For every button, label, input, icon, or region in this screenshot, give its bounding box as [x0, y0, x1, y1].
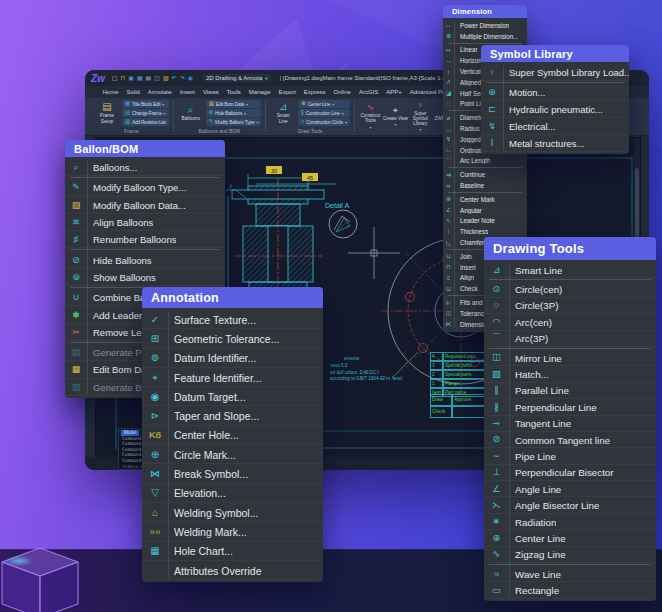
menu-item-label: Welding Symbol... [168, 507, 258, 519]
menu-item-smart-line[interactable]: ⊿Smart Line [484, 262, 656, 278]
plot-icon[interactable]: ▤ [146, 75, 152, 81]
ribbon-button-center-line[interactable]: ⊕Center Line▾ [298, 100, 350, 108]
save-all-icon[interactable]: ▦ [137, 75, 143, 81]
save-icon[interactable]: ▣ [128, 75, 134, 81]
open-folder-icon[interactable]: ⊓ [121, 75, 126, 81]
workspace-globe-icon[interactable]: ◉ [188, 75, 193, 81]
menu-item-super-symbol-library-load[interactable]: ♆Super Symbol Library Load... [481, 64, 629, 81]
menu-item-center-hole[interactable]: K8Center Hole... [142, 426, 323, 445]
tab-annotate[interactable]: Annotate [144, 88, 175, 96]
menu-item-angular[interactable]: ∠Angular [443, 205, 527, 216]
menu-item-parallel-line[interactable]: ∥Parallel Line [484, 383, 656, 399]
menu-item-thickness[interactable]: ⊺Thickness [443, 226, 527, 237]
menu-item-perpendicular-bisector[interactable]: ⊥Perpendicular Bisector [484, 465, 656, 481]
ribbon-group-balloons-and-bom: ⌕Balloons▧Edit Bom Data▾⊘Hide Balloons▾✎… [177, 98, 263, 135]
menu-item-leader-note[interactable]: ↖Leader Note [443, 216, 527, 227]
menu-item-perpendicular-line[interactable]: ∦Perpendicular Line [484, 399, 656, 415]
model-tab[interactable]: Model [121, 430, 139, 436]
menu-item-circle-mark[interactable]: ⊕Circle Mark... [142, 445, 323, 464]
ribbon-button-super-symbol-library[interactable]: ♆Super Symbol Library▾ [408, 98, 433, 135]
menu-item-zigzag-line[interactable]: ∿Zigzag Line [484, 547, 656, 563]
tab-export[interactable]: Export [275, 88, 299, 96]
menu-item-angle-bisector-line[interactable]: ⋋Angle Bisector Line [484, 497, 656, 513]
undo-icon[interactable]: ↶ [172, 75, 177, 81]
workspace-selector[interactable]: 2D Drafting & Annota ▾ [202, 74, 272, 82]
tab-online[interactable]: Online [330, 88, 354, 96]
menu-item-show-balloons[interactable]: ⊚Show Balloons [65, 269, 225, 286]
menu-item-surface-texture[interactable]: ✓Surface Texture... [142, 310, 323, 329]
menu-item-hide-balloons[interactable]: ⊘Hide Balloons [65, 251, 225, 268]
ribbon-button-balloons[interactable]: ⌕Balloons [178, 105, 204, 122]
tab-solid[interactable]: Solid [123, 88, 143, 96]
tab-manage[interactable]: Manage [245, 88, 274, 96]
menu-item-angle-line[interactable]: ∠Angle Line [484, 481, 656, 497]
ribbon-button-title-block-edit[interactable]: ▦Title Block Edit▾ [122, 100, 169, 108]
menu-item-datum-identifier[interactable]: ⊚Datum Identifier... [142, 349, 323, 368]
menu-item-renumber-balloons[interactable]: ♯Renumber Balloons [65, 231, 225, 248]
ribbon-button-hide-balloons[interactable]: ⊘Hide Balloons▾ [206, 109, 262, 117]
menu-item-hatch[interactable]: ▨Hatch... [484, 366, 656, 382]
ribbon-button-modify-balloon-type[interactable]: ✎Modify Balloon Type▾ [206, 118, 262, 126]
ribbon-button-construction-circle[interactable]: ○Construction Circle▾ [298, 118, 350, 126]
ribbon-button-smart-line[interactable]: ⊿Smart Line [270, 102, 296, 124]
ribbon-button-frame-setup[interactable]: ▤Frame Setup [94, 102, 120, 124]
redo-icon[interactable]: ↷ [180, 75, 185, 81]
menu-item-taper-and-slope[interactable]: ⊳Taper and Slope... [142, 406, 323, 425]
menu-item-datum-target[interactable]: ◉Datum Target... [142, 387, 323, 406]
scrollbar-thumb[interactable] [635, 168, 639, 238]
menu-item-arc-3p[interactable]: ⌒Arc(3P) [484, 331, 656, 347]
copy-icon[interactable]: ◫ [154, 75, 160, 81]
menu-item-label: Angle Bisector Line [509, 500, 599, 511]
ribbon-button-construct-tools[interactable]: ∿Construct Tools▾ [358, 98, 383, 135]
ribbon-button-change-frame[interactable]: ▤Change Frame▾ [122, 109, 169, 117]
menu-item-baseline[interactable]: ≍Baseline [443, 180, 527, 191]
menu-item-break-symbol[interactable]: ⋈Break Symbol... [142, 464, 323, 483]
menu-item-circle-3p[interactable]: ○Circle(3P) [484, 298, 656, 314]
menu-item-tangent-line[interactable]: ⊸Tangent Line [484, 416, 656, 432]
menu-item-continue[interactable]: ⇉Continue [443, 169, 527, 180]
ribbon-button-construction-line[interactable]: ∥Construction Line▾ [298, 109, 350, 117]
tab-arcgis[interactable]: ArcGIS [355, 88, 381, 96]
menu-item-pipe-line[interactable]: ∼Pipe Line [484, 448, 656, 464]
tab-express[interactable]: Express [300, 88, 329, 96]
tab-app[interactable]: APP+ [383, 88, 406, 96]
ribbon-button-create-view[interactable]: ⌖Create View▾ [383, 98, 408, 135]
menu-item-welding-symbol[interactable]: ⌂Welding Symbol... [142, 503, 323, 522]
new-file-icon[interactable]: ▢ [112, 75, 118, 81]
tab-home[interactable]: Home [99, 88, 122, 96]
menu-item-mirror-line[interactable]: ◫Mirror Line [484, 350, 656, 366]
menu-item-arc-cen[interactable]: ◠Arc(cen) [484, 314, 656, 330]
menu-item-motion[interactable]: ⊛Motion... [481, 84, 629, 101]
menu-item-center-line[interactable]: ⊕Center Line [484, 530, 656, 546]
menu-item-align-balloons[interactable]: ≋Align Balloons [65, 214, 225, 231]
menu-item-power-dimension[interactable]: ↔Power Dimension [443, 20, 527, 31]
ribbon-group-label: Draw Tools [270, 127, 350, 135]
menu-item-hole-chart[interactable]: ▦Hole Chart... [142, 542, 323, 561]
menu-item-common-tangent-line[interactable]: ⊘Common Tangent line [484, 432, 656, 448]
menu-item-balloons[interactable]: ⌕Balloons... [65, 159, 225, 176]
ribbon-button-add-revision-list[interactable]: ▥Add Revision List [122, 118, 169, 126]
menu-item-electrical[interactable]: ↯Electrical... [481, 118, 629, 135]
menu-item-wave-line[interactable]: ≈Wave Line [484, 566, 656, 582]
tab-insert[interactable]: Insert [176, 88, 198, 96]
menu-item-radiation[interactable]: ∗Radiation [484, 514, 656, 530]
menu-item-modify-balloon-type[interactable]: ✎Modify Balloon Type... [65, 179, 225, 196]
menu-item-feature-identifier[interactable]: ⌖Feature Identifier... [142, 368, 323, 387]
menu-item-metal-structures[interactable]: ⅠMetal structures... [481, 135, 629, 152]
add-revision-list-icon: ▥ [125, 119, 130, 125]
menu-item-center-mark[interactable]: ⊕Center Mark [443, 194, 527, 205]
menu-item-rectangle[interactable]: ▭Rectangle [484, 582, 656, 598]
menu-item-attributes-override[interactable]: Attributes Override [142, 561, 323, 580]
menu-item-geometric-tolerance[interactable]: ⊞Geometric Tolerance... [142, 329, 323, 348]
menu-item-arc-length[interactable]: ⌒Arc Length [443, 156, 527, 167]
menu-item-welding-mark[interactable]: »»Welding Mark... [142, 522, 323, 541]
ribbon-button-edit-bom-data[interactable]: ▧Edit Bom Data▾ [206, 100, 262, 108]
tab-tools[interactable]: Tools [223, 88, 244, 96]
paste-icon[interactable]: ▥ [163, 75, 169, 81]
menu-item-modify-balloon-data[interactable]: ▧Modify Balloon Data... [65, 197, 225, 214]
menu-item-multiple-dimension[interactable]: ≣Multiple Dimension... [443, 31, 527, 42]
menu-item-hydraulic-pneumatic[interactable]: ⊏Hydraulic pneumatic... [481, 101, 629, 118]
tab-views[interactable]: Views [199, 88, 222, 96]
menu-item-circle-cen[interactable]: ⊙Circle(cen) [484, 281, 656, 297]
menu-item-elevation[interactable]: ▽Elevation... [142, 484, 323, 503]
